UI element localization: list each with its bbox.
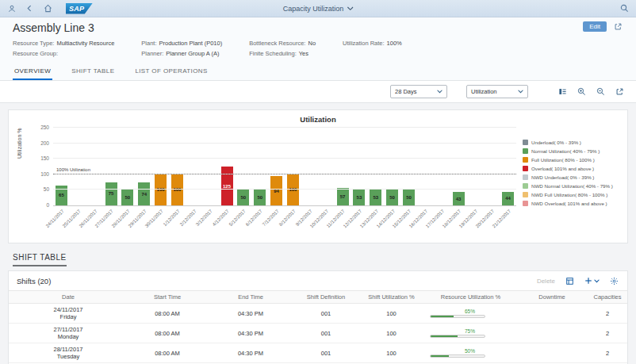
column-header[interactable]: Shift Utilization % bbox=[358, 293, 425, 301]
delete-button[interactable]: Delete bbox=[537, 278, 555, 285]
table-row[interactable]: 28/11/2017Tuesday08:00 AM04:30 PM0011005… bbox=[9, 343, 627, 363]
bar-value-label: 44 bbox=[505, 196, 511, 201]
date-cell: 28/11/2017Tuesday bbox=[9, 346, 128, 360]
utilization-bar[interactable]: 57 bbox=[337, 188, 349, 205]
facet-column: Bottleneck Resource:NoFinite Scheduling:… bbox=[249, 40, 316, 57]
metric-select[interactable]: Utilization bbox=[466, 85, 528, 98]
shifts-table-body: 24/11/2017Friday08:00 AM04:30 PM00110065… bbox=[9, 304, 627, 364]
column-header[interactable]: Start Time bbox=[128, 293, 207, 301]
resource-utilization-value: 50% bbox=[465, 348, 475, 354]
bar-slot: 100 bbox=[285, 128, 301, 205]
period-select[interactable]: 28 Days bbox=[390, 85, 447, 98]
utilization-chart-panel: Utilization Utilization % 65755074100100… bbox=[8, 109, 628, 243]
plus-icon bbox=[584, 277, 592, 285]
zoom-in-icon[interactable] bbox=[576, 86, 587, 98]
utilization-bar[interactable]: 53 bbox=[370, 189, 381, 205]
column-header[interactable]: Capacities bbox=[588, 293, 627, 301]
utilization-bar[interactable]: 100 bbox=[171, 174, 183, 205]
bar-slot: 125 bbox=[219, 128, 236, 205]
bar-value-label: 43 bbox=[456, 197, 462, 201]
bar-value-label: 50 bbox=[257, 195, 262, 200]
header-facets: Resource Type:Multiactivity ResourceReso… bbox=[13, 40, 623, 57]
back-icon[interactable] bbox=[25, 3, 35, 13]
shell-title-menu[interactable]: Capacity Utilization bbox=[283, 5, 354, 13]
bar-slot: 100 bbox=[152, 128, 169, 205]
y-tick-label: 100 bbox=[40, 171, 49, 177]
utilization-bar[interactable]: 75 bbox=[105, 182, 117, 205]
search-icon[interactable] bbox=[619, 3, 630, 13]
date-cell: 27/11/2017Monday bbox=[9, 326, 128, 340]
column-header[interactable]: End Time bbox=[207, 293, 294, 301]
resource-utilization-bar bbox=[430, 354, 485, 358]
utilization-bar[interactable]: 94 bbox=[270, 176, 282, 205]
facet-label: Resource Type: bbox=[13, 40, 54, 47]
bar-value-label: 50 bbox=[389, 195, 395, 200]
utilization-bar[interactable]: 50 bbox=[403, 190, 415, 205]
legend-label: Full Utilization( 80% - 100% ) bbox=[531, 157, 595, 163]
tab-overview[interactable]: OVERVIEW bbox=[13, 64, 52, 80]
bar-value-label: 50 bbox=[241, 195, 247, 200]
edit-button[interactable]: Edit bbox=[583, 21, 607, 32]
utilization-bar[interactable]: 43 bbox=[453, 192, 465, 205]
utilization-bar[interactable]: 44 bbox=[502, 192, 514, 205]
section-title-shift-table[interactable]: SHIFT TABLE bbox=[13, 253, 67, 266]
shift-utilization-cell: 100 bbox=[358, 350, 425, 357]
legend-label: Normal Utilization( 40% - 79% ) bbox=[531, 148, 600, 154]
legend-swatch bbox=[523, 166, 528, 171]
facet-label: Utilization Rate: bbox=[343, 40, 385, 47]
reference-line-label: 100% Utilization bbox=[56, 167, 90, 172]
facet-value: No bbox=[308, 40, 316, 47]
gridline bbox=[53, 158, 516, 159]
sap-logo: SAP bbox=[66, 3, 93, 14]
fullscreen-icon[interactable] bbox=[614, 86, 625, 98]
user-icon[interactable] bbox=[6, 3, 17, 13]
shift-definition-cell: 001 bbox=[294, 350, 358, 357]
capacities-cell: 2 bbox=[588, 310, 627, 317]
column-header[interactable]: Resource Utilization % bbox=[425, 293, 516, 301]
facet-row: Resource Type:Multiactivity Resource bbox=[13, 40, 114, 47]
utilization-bar[interactable]: 100 bbox=[287, 174, 299, 205]
utilization-bar[interactable]: 50 bbox=[237, 190, 249, 205]
table-row[interactable]: 27/11/2017Monday08:00 AM04:30 PM00110075… bbox=[9, 324, 627, 343]
gridline bbox=[53, 127, 516, 128]
home-icon[interactable] bbox=[43, 3, 53, 13]
facet-label: Resource Group: bbox=[13, 50, 58, 57]
table-row[interactable]: 24/11/2017Friday08:00 AM04:30 PM00110065… bbox=[9, 304, 627, 324]
metric-select-value: Utilization bbox=[471, 88, 497, 95]
zoom-out-icon[interactable] bbox=[595, 86, 606, 98]
resource-utilization-cell: 75% bbox=[425, 328, 516, 339]
utilization-bar[interactable]: 50 bbox=[386, 190, 398, 205]
utilization-bar[interactable]: 125 bbox=[221, 167, 233, 205]
bar-value-label: 74 bbox=[141, 192, 147, 197]
column-header[interactable]: Date bbox=[9, 293, 128, 301]
legend-toggle-icon[interactable] bbox=[557, 86, 568, 98]
shell-title: Capacity Utilization bbox=[283, 5, 344, 13]
utilization-bar[interactable]: 53 bbox=[353, 189, 365, 205]
facet-row: Plant:Production Plant (P010) bbox=[141, 40, 222, 47]
bar-value-label: 100 bbox=[289, 187, 297, 192]
column-header[interactable]: Shift Definition bbox=[294, 293, 358, 301]
bar-value-label: 50 bbox=[406, 195, 412, 200]
settings-icon[interactable] bbox=[609, 276, 619, 286]
gridline bbox=[53, 189, 516, 190]
tab-list-of-operations[interactable]: LIST OF OPERATIONS bbox=[133, 64, 209, 80]
utilization-bar[interactable]: 50 bbox=[254, 190, 266, 205]
add-button[interactable] bbox=[584, 277, 600, 285]
share-icon[interactable] bbox=[613, 21, 623, 32]
facet-column: Plant:Production Plant (P010)Planner:Pla… bbox=[141, 40, 222, 57]
shell-bar: SAP Capacity Utilization bbox=[0, 0, 636, 17]
tab-bar: OVERVIEWSHIFT TABLELIST OF OPERATIONS bbox=[0, 64, 636, 81]
utilization-bar[interactable]: 50 bbox=[121, 190, 133, 205]
utilization-bar[interactable]: 74 bbox=[138, 182, 150, 205]
tab-shift-table[interactable]: SHIFT TABLE bbox=[70, 64, 116, 80]
bar-slot: 75 bbox=[103, 128, 120, 205]
shift-utilization-cell: 100 bbox=[358, 330, 425, 337]
utilization-bar[interactable]: 65 bbox=[56, 186, 67, 205]
y-axis-label: Utilization % bbox=[17, 128, 22, 159]
end-time-cell: 04:30 PM bbox=[207, 310, 294, 317]
export-icon[interactable] bbox=[565, 276, 575, 286]
resource-utilization-fill bbox=[431, 316, 454, 317]
utilization-bar[interactable]: 100 bbox=[155, 174, 167, 205]
column-header[interactable]: Downtime bbox=[516, 293, 588, 301]
chart-title: Utilization bbox=[15, 115, 621, 124]
